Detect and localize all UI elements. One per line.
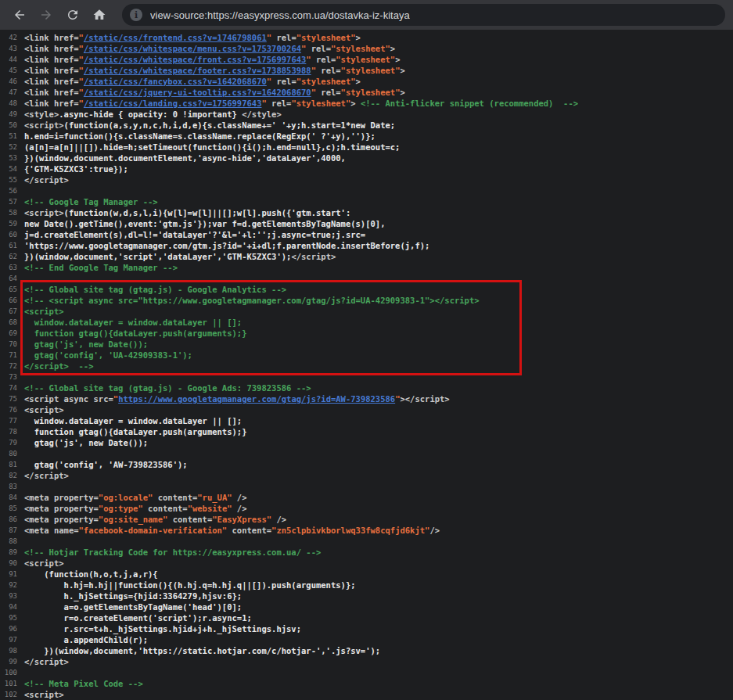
code-text: h.end=i=function(){s.className=s.classNa… — [24, 131, 375, 141]
html-comment: window.dataLayer = window.dataLayer || [… — [24, 318, 242, 327]
reload-button[interactable] — [61, 3, 84, 27]
line-number: 78 — [0, 426, 17, 437]
html-tag: <link href= — [24, 66, 79, 75]
code-text: 'https://www.googletagmanager.com/gtm.js… — [24, 241, 429, 250]
html-tag: > — [356, 77, 361, 86]
html-comment: <script> — [24, 307, 64, 316]
line-number: 49 — [0, 109, 17, 120]
source-link[interactable]: /static/css/whitespace/menu.css?v=175370… — [84, 44, 301, 53]
html-tag: content= — [227, 526, 271, 535]
source-line: 99</script> — [0, 656, 733, 667]
line-number: 44 — [0, 54, 17, 65]
line-number: 47 — [0, 87, 17, 98]
attribute-value: "EasyXpress" — [212, 515, 271, 524]
source-link[interactable]: /static/css/fancybox.css?v=1642068670 — [84, 77, 267, 86]
source-line: 67<script> — [0, 306, 733, 317]
html-comment: function gtag(){dataLayer.push(arguments… — [24, 328, 246, 338]
source-line: 78 function gtag(){dataLayer.push(argume… — [0, 426, 733, 437]
line-number: 87 — [0, 525, 17, 536]
html-tag: rel= — [316, 88, 341, 97]
line-number: 62 — [0, 251, 17, 262]
source-line: 86<meta property="og:site_name" content=… — [0, 514, 733, 525]
view-source-page: 42<link href="/static/css/frontend.css?v… — [0, 30, 733, 700]
html-comment: <!-- Global site tag (gtag.js) - Google … — [24, 285, 286, 294]
source-line: 88 — [0, 536, 733, 547]
html-tag: <meta property= — [24, 493, 99, 502]
source-link[interactable]: /static/css/frontend.css?v=1746798061 — [84, 33, 267, 42]
line-number: 92 — [0, 580, 17, 591]
line-number: 84 — [0, 492, 17, 503]
home-button[interactable] — [88, 3, 111, 27]
html-tag: > — [395, 55, 400, 64]
line-number: 101 — [0, 678, 17, 689]
source-line: 96 r.src=t+h._hjSettings.hjid+j+h._hjSet… — [0, 623, 733, 634]
code-text: r=o.createElement('script');r.async=1; — [24, 613, 252, 623]
attribute-value: "stylesheet" — [336, 55, 395, 64]
code-text: })(window,document,'https://static.hotja… — [24, 646, 380, 655]
source-line: 75<script async src="https://www.googlet… — [0, 393, 733, 404]
code-text: new Date().getTime(),event:'gtm.js'});va… — [24, 219, 385, 228]
code-text: (function(w,d,s,l,i){w[l]=w[l]||[];w[l].… — [64, 208, 351, 217]
line-number: 54 — [0, 163, 17, 174]
html-tag: rel= — [271, 77, 296, 86]
html-tag: content= — [143, 504, 188, 513]
attribute-value: "stylesheet" — [291, 99, 350, 108]
html-tag: <link href= — [24, 88, 79, 97]
source-line: 71 gtag('config', 'UA-42909383-1'); — [0, 350, 733, 361]
source-line: 90<script> — [0, 558, 733, 569]
source-line: 64 — [0, 273, 733, 284]
html-tag: <link href= — [24, 33, 79, 42]
code-text: h.hj=h.hj||function(){(h.hj.q=h.hj.q||[]… — [24, 580, 356, 590]
back-button[interactable] — [8, 3, 31, 27]
line-number: 91 — [0, 569, 17, 580]
html-tag: <meta property= — [24, 515, 99, 524]
source-line: 52(a[n]=a[n]||[]).hide=h;setTimeout(func… — [0, 142, 733, 153]
source-line: 61'https://www.googletagmanager.com/gtm.… — [0, 240, 733, 251]
html-tag: > — [400, 66, 404, 75]
source-line: 53})(window,document.documentElement,'as… — [0, 153, 733, 163]
code-text: (function(a,s,y,n,c,h,i,d,e){s.className… — [64, 120, 396, 130]
html-tag: /> — [232, 493, 247, 502]
html-tag: rel= — [316, 66, 341, 75]
attribute-value: "facebook-domain-verification" — [79, 526, 228, 535]
html-tag: <meta property= — [24, 504, 99, 513]
source-line: 59new Date().getTime(),event:'gtm.js'});… — [0, 218, 733, 229]
source-link[interactable]: /static/css/whitespace/footer.css?v=1738… — [84, 66, 311, 75]
line-number: 100 — [0, 667, 17, 678]
code-text: gtag('config', 'AW-739823586'); — [24, 460, 188, 469]
line-number: 61 — [0, 240, 17, 251]
attribute-value: "website" — [188, 504, 232, 513]
html-tag: <script> — [24, 208, 64, 217]
source-line: 76<script> — [0, 404, 733, 415]
line-number: 50 — [0, 120, 17, 131]
html-tag: rel= — [267, 99, 292, 108]
source-link[interactable]: /static/css/whitespace/front.css?v=17569… — [84, 55, 306, 64]
line-number: 88 — [0, 536, 17, 547]
html-tag: </script> — [24, 657, 69, 666]
line-number: 48 — [0, 98, 17, 109]
line-number: 80 — [0, 448, 17, 459]
html-comment: <!-- End Google Tag Manager --> — [24, 263, 178, 272]
html-tag: <script> — [24, 120, 64, 130]
attribute-value: "stylesheet" — [296, 77, 356, 86]
browser-toolbar: i view-source:https://easyxpress.com.ua/… — [0, 0, 733, 30]
line-number: 57 — [0, 196, 17, 207]
line-number: 97 — [0, 634, 17, 645]
forward-button[interactable] — [34, 3, 58, 27]
url-text: view-source:https://easyxpress.com.ua/do… — [150, 9, 410, 21]
html-tag: rel= — [271, 33, 296, 42]
source-link[interactable]: /static/css/landing.css?v=1756997643 — [84, 99, 262, 108]
code-text: gtag('js', new Date()); — [24, 438, 148, 447]
source-link[interactable]: /static/css/jquery-ui-tooltip.css?v=1642… — [84, 88, 311, 97]
line-number: 51 — [0, 131, 17, 142]
html-tag: <script> — [24, 558, 64, 568]
line-number: 81 — [0, 459, 17, 470]
source-link[interactable]: https://www.googletagmanager.com/gtag/js… — [118, 394, 395, 404]
source-line: 55</script> — [0, 174, 733, 185]
page-info-icon[interactable]: i — [130, 9, 142, 21]
address-bar[interactable]: i view-source:https://easyxpress.com.ua/… — [122, 4, 725, 26]
line-number: 64 — [0, 273, 17, 284]
source-line: 92 h.hj=h.hj||function(){(h.hj.q=h.hj.q|… — [0, 580, 733, 591]
source-line: 56 — [0, 185, 733, 196]
source-line: 74<!-- Global site tag (gtag.js) - Googl… — [0, 382, 733, 393]
